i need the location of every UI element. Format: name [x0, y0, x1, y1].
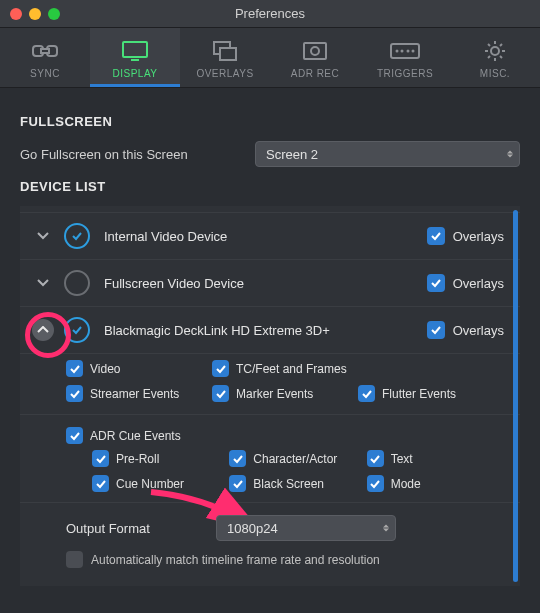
- triggers-icon: [390, 38, 420, 64]
- expand-toggle[interactable]: [32, 272, 54, 294]
- svg-rect-2: [41, 49, 49, 53]
- device-row: Fullscreen Video Device Overlays: [20, 259, 520, 306]
- tab-sync-label: SYNC: [30, 68, 60, 79]
- window-title: Preferences: [0, 6, 540, 21]
- svg-rect-9: [391, 44, 419, 58]
- svg-point-12: [407, 50, 410, 53]
- device-name: Fullscreen Video Device: [104, 276, 427, 291]
- device-name: Blackmagic DeckLink HD Extreme 3D+: [104, 323, 427, 338]
- close-window[interactable]: [10, 8, 22, 20]
- streamer-label: Streamer Events: [90, 387, 179, 401]
- tab-adr-rec-label: ADR REC: [291, 68, 340, 79]
- chevron-up-icon: [38, 327, 48, 332]
- svg-line-20: [500, 56, 502, 58]
- preroll-checkbox[interactable]: [92, 450, 109, 467]
- prefs-tabs: SYNC DISPLAY OVERLAYS ADR REC TRIGGERS M…: [0, 28, 540, 88]
- svg-rect-6: [220, 48, 236, 60]
- preroll-label: Pre-Roll: [116, 452, 159, 466]
- black-checkbox[interactable]: [229, 475, 246, 492]
- tab-adr-rec[interactable]: ADR REC: [270, 28, 360, 87]
- svg-rect-7: [304, 43, 326, 59]
- chevron-updown-icon: [383, 525, 389, 532]
- fullscreen-section-title: FULLSCREEN: [20, 114, 520, 129]
- marker-checkbox[interactable]: [212, 385, 229, 402]
- text-label: Text: [391, 452, 413, 466]
- divider: [20, 414, 520, 415]
- device-enable-toggle[interactable]: [64, 270, 90, 296]
- device-options: Video TC/Feet and Frames Streamer Events…: [20, 353, 520, 582]
- device-row: Blackmagic DeckLink HD Extreme 3D+ Overl…: [20, 306, 520, 353]
- chevron-down-icon: [38, 280, 48, 285]
- flutter-label: Flutter Events: [382, 387, 456, 401]
- svg-line-22: [500, 44, 502, 46]
- tab-sync[interactable]: SYNC: [0, 28, 90, 87]
- device-list-section-title: DEVICE LIST: [20, 179, 520, 194]
- automatch-label: Automatically match timeline frame rate …: [91, 553, 380, 567]
- mode-label: Mode: [391, 477, 421, 491]
- divider: [20, 502, 520, 503]
- cuenum-label: Cue Number: [116, 477, 184, 491]
- chevron-updown-icon: [507, 151, 513, 158]
- svg-point-11: [401, 50, 404, 53]
- screen-select[interactable]: Screen 2: [255, 141, 520, 167]
- device-list: Internal Video Device Overlays Fullscree…: [20, 206, 520, 586]
- tab-triggers-label: TRIGGERS: [377, 68, 433, 79]
- output-format-value: 1080p24: [227, 521, 278, 536]
- overlays-icon: [212, 38, 238, 64]
- chevron-down-icon: [38, 233, 48, 238]
- check-icon: [73, 233, 81, 239]
- minimize-window[interactable]: [29, 8, 41, 20]
- device-enable-toggle[interactable]: [64, 223, 90, 249]
- cuenum-checkbox[interactable]: [92, 475, 109, 492]
- text-checkbox[interactable]: [367, 450, 384, 467]
- svg-point-8: [311, 47, 319, 55]
- svg-line-19: [488, 44, 490, 46]
- tab-display-label: DISPLAY: [113, 68, 158, 79]
- output-format-label: Output Format: [66, 521, 216, 536]
- flutter-checkbox[interactable]: [358, 385, 375, 402]
- overlays-label: Overlays: [453, 276, 504, 291]
- tcfeet-checkbox[interactable]: [212, 360, 229, 377]
- go-fullscreen-label: Go Fullscreen on this Screen: [20, 147, 255, 162]
- tab-triggers[interactable]: TRIGGERS: [360, 28, 450, 87]
- check-icon: [73, 327, 81, 333]
- overlays-checkbox[interactable]: [427, 274, 445, 292]
- display-icon: [121, 38, 149, 64]
- tab-misc-label: MISC.: [480, 68, 510, 79]
- adrcue-label: ADR Cue Events: [90, 429, 181, 443]
- svg-point-14: [491, 47, 499, 55]
- svg-point-10: [396, 50, 399, 53]
- zoom-window[interactable]: [48, 8, 60, 20]
- streamer-checkbox[interactable]: [66, 385, 83, 402]
- scrollbar[interactable]: [513, 210, 518, 582]
- adrcue-checkbox[interactable]: [66, 427, 83, 444]
- tcfeet-label: TC/Feet and Frames: [236, 362, 347, 376]
- video-checkbox[interactable]: [66, 360, 83, 377]
- output-format-select[interactable]: 1080p24: [216, 515, 396, 541]
- overlays-checkbox[interactable]: [427, 227, 445, 245]
- expand-toggle[interactable]: [32, 319, 54, 341]
- video-label: Video: [90, 362, 120, 376]
- sync-icon: [32, 38, 58, 64]
- overlays-checkbox[interactable]: [427, 321, 445, 339]
- overlays-label: Overlays: [453, 229, 504, 244]
- tab-overlays[interactable]: OVERLAYS: [180, 28, 270, 87]
- tab-display[interactable]: DISPLAY: [90, 28, 180, 87]
- marker-label: Marker Events: [236, 387, 313, 401]
- mode-checkbox[interactable]: [367, 475, 384, 492]
- expand-toggle[interactable]: [32, 225, 54, 247]
- svg-line-21: [488, 56, 490, 58]
- screen-select-value: Screen 2: [266, 147, 318, 162]
- adr-rec-icon: [302, 38, 328, 64]
- automatch-checkbox[interactable]: [66, 551, 83, 568]
- device-name: Internal Video Device: [104, 229, 427, 244]
- tab-misc[interactable]: MISC.: [450, 28, 540, 87]
- svg-rect-3: [123, 42, 147, 57]
- tab-overlays-label: OVERLAYS: [196, 68, 253, 79]
- gear-icon: [484, 38, 506, 64]
- device-row: Internal Video Device Overlays: [20, 212, 520, 259]
- black-label: Black Screen: [253, 477, 324, 491]
- overlays-label: Overlays: [453, 323, 504, 338]
- charact-checkbox[interactable]: [229, 450, 246, 467]
- charact-label: Character/Actor: [253, 452, 337, 466]
